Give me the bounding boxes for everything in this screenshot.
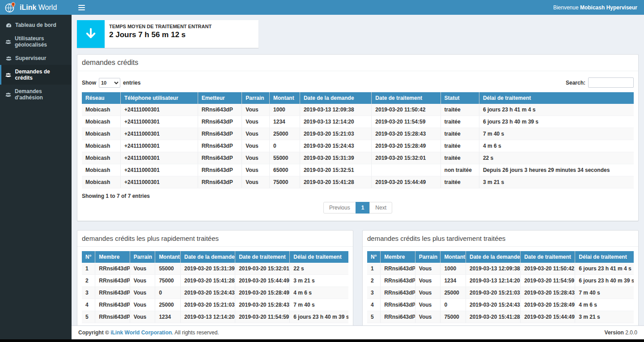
sidebar-toggle-button[interactable] — [77, 3, 86, 12]
table-cell — [372, 164, 441, 176]
table-cell: RRnsi643dP — [95, 311, 130, 323]
table-cell: RRnsi643dP — [198, 152, 242, 164]
column-header[interactable]: Parrain — [242, 92, 270, 104]
table-cell: 2019-03-20 11:50:42 — [372, 104, 441, 116]
show-label: Show — [82, 80, 96, 86]
table-cell: RRnsi643dP — [95, 263, 130, 275]
users-icon — [5, 72, 12, 78]
version-text: Version 2.0.0 — [605, 329, 637, 336]
table-cell: 2019-03-20 11:54:59 — [235, 311, 290, 323]
table-cell: Vous — [130, 299, 155, 311]
column-header: Date de la demande — [466, 251, 520, 263]
latest-processed-table: N°MembreParrainMontantDate de la demande… — [367, 251, 634, 323]
globe-logo-icon — [4, 2, 16, 13]
table-cell: RRnsi643dP — [198, 116, 242, 128]
sidebar-menu: Tableau de bord Utilisateurs géolocalisé… — [0, 15, 72, 104]
app-window: iLink World Tableau de bord Utilisateurs… — [0, 0, 644, 342]
welcome-text: Bienvenue Mobicash Hyperviseur — [553, 4, 637, 11]
table-cell: 2019-03-20 15:41:28 — [180, 275, 235, 287]
logo[interactable]: iLink World — [0, 0, 72, 15]
table-cell: 25000 — [441, 287, 466, 299]
table-cell: 6 jours 23 h 41 m 4 s — [575, 263, 634, 275]
table-row: 2RRnsi643dPVous750002019-03-20 15:41:282… — [82, 275, 348, 287]
table-cell: RRnsi643dP — [95, 287, 130, 299]
column-header[interactable]: Date de traitement — [372, 92, 441, 104]
table-cell: Mobicash — [82, 104, 120, 116]
pagination-page-1-button[interactable]: 1 — [356, 202, 370, 214]
dashboard-icon — [5, 22, 12, 28]
search-control: Search: — [566, 77, 634, 88]
table-row: 5RRnsi643dPVous12342019-03-13 12:14:2020… — [82, 311, 348, 323]
content-area: TEMPS MOYEN DE TRAITEMENT ENTRANT 2 Jour… — [72, 15, 644, 325]
table-row: 3RRnsi643dPVous250002019-03-20 15:21:032… — [367, 287, 634, 299]
sidebar-item-tableau-de-bord[interactable]: Tableau de bord — [0, 18, 72, 32]
table-cell: 6 jours 23 h 40 m 39 s — [479, 116, 634, 128]
sidebar-item-label: Tableau de bord — [15, 22, 56, 28]
table-cell: 2019-03-20 15:21:03 — [180, 299, 235, 311]
table-cell: Vous — [242, 128, 270, 140]
table-cell: RRnsi643dP — [95, 275, 130, 287]
sidebar-item-utilisateurs-geolocalises[interactable]: Utilisateurs géolocalisés — [0, 32, 72, 51]
column-header[interactable]: Téléphone utilisateur — [120, 92, 198, 104]
column-header[interactable]: Montant — [270, 92, 300, 104]
table-cell: Vous — [415, 299, 441, 311]
page-length-select[interactable]: 10 — [99, 78, 120, 88]
column-header[interactable]: Emetteur — [198, 92, 242, 104]
table-cell: 1000 — [270, 104, 300, 116]
table-cell: Vous — [130, 275, 155, 287]
table-cell: traitée — [441, 176, 479, 188]
column-header[interactable]: Date de la demande — [300, 92, 371, 104]
table-cell: 1 — [82, 263, 95, 275]
table-cell: 2019-03-20 15:28:43 — [521, 287, 575, 299]
table-cell: 2019-03-20 15:28:43 — [372, 128, 441, 140]
column-header[interactable]: Réseau — [82, 92, 120, 104]
users-icon — [5, 39, 11, 45]
table-cell: 2019-03-20 15:24:43 — [180, 287, 235, 299]
entries-label: entries — [123, 80, 140, 86]
pagination-previous-button[interactable]: Previous — [323, 202, 356, 214]
table-cell: 2019-03-13 12:09:38 — [300, 104, 371, 116]
table-cell: 4 m 6 s — [575, 299, 634, 311]
sidebar-item-demandes-de-credits[interactable]: Demandes de crédits — [0, 65, 72, 85]
table-cell: +24111000301 — [120, 116, 198, 128]
table-cell: 1 — [367, 263, 381, 275]
table-cell: 2019-03-20 15:41:28 — [300, 176, 371, 188]
table-info-text: Showing 1 to 7 of 7 entries — [82, 193, 634, 199]
table-cell: 2019-03-20 15:32:01 — [235, 263, 290, 275]
fastest-processed-table: N°MembreParrainMontantDate de la demande… — [82, 251, 348, 323]
table-cell: 22 s — [479, 152, 634, 164]
column-header[interactable]: Délai de traitement — [479, 92, 634, 104]
users-icon — [5, 56, 12, 61]
table-cell: Mobicash — [82, 176, 120, 188]
table-cell: traitée — [441, 116, 479, 128]
table-cell: 1234 — [155, 311, 181, 323]
panel-title: demandes crédits les plus tardivement tr… — [363, 231, 638, 247]
column-header: Date de traitement — [235, 251, 290, 263]
table-cell: RRnsi643dP — [198, 176, 242, 188]
table-cell: 55000 — [155, 263, 181, 275]
table-cell: traitée — [441, 104, 479, 116]
sidebar-item-demandes-adhesion[interactable]: Demandes d'adhésion — [0, 85, 72, 104]
table-cell: 2019-03-20 15:24:43 — [466, 299, 520, 311]
sidebar-item-superviseur[interactable]: Superviseur — [0, 51, 72, 65]
table-cell: non traitée — [441, 164, 479, 176]
table-cell: RRnsi643dP — [198, 104, 242, 116]
table-cell: 2019-03-20 15:28:43 — [235, 299, 290, 311]
table-cell: 22 s — [290, 263, 348, 275]
sidebar-item-label: Demandes de crédits — [15, 68, 68, 81]
company-link[interactable]: iLink World Corporation — [110, 329, 172, 336]
table-cell: 0 — [270, 140, 300, 152]
table-cell: 1234 — [441, 275, 466, 287]
table-cell: RRnsi643dP — [381, 311, 415, 323]
search-input[interactable] — [588, 77, 634, 88]
table-cell: 3 m 21 s — [479, 176, 634, 188]
column-header[interactable]: Statut — [441, 92, 479, 104]
table-cell: RRnsi643dP — [381, 287, 415, 299]
table-cell: 2 — [82, 275, 95, 287]
pagination-next-button[interactable]: Next — [369, 202, 392, 214]
table-cell: 75000 — [270, 176, 300, 188]
top-navbar: Bienvenue Mobicash Hyperviseur — [72, 0, 644, 15]
table-cell: 7 m 40 s — [575, 287, 634, 299]
table-row: 4RRnsi643dPVous02019-03-20 15:24:432019-… — [367, 299, 634, 311]
table-cell: Vous — [242, 176, 270, 188]
